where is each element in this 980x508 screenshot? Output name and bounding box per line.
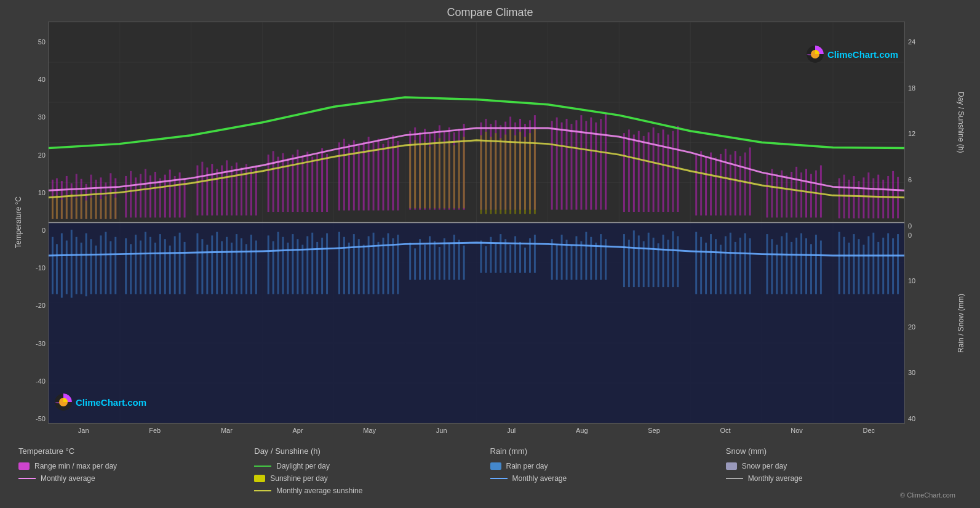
x-tick-feb: Feb <box>149 427 161 434</box>
svg-rect-177 <box>882 238 884 294</box>
y-tick-right-10: 10 <box>908 278 954 284</box>
y-tick-10: 10 <box>38 190 46 196</box>
y-tick-m50: -50 <box>36 416 46 422</box>
svg-rect-296 <box>700 151 702 216</box>
svg-rect-345 <box>114 198 116 219</box>
svg-rect-243 <box>382 144 384 211</box>
svg-rect-237 <box>353 140 355 211</box>
svg-rect-84 <box>343 237 345 294</box>
y-tick-right-18: 18 <box>908 85 954 92</box>
svg-rect-81 <box>321 238 323 294</box>
svg-rect-37 <box>86 233 87 296</box>
svg-rect-36 <box>81 243 82 294</box>
svg-rect-208 <box>196 166 198 216</box>
legend-line-temp-avg <box>18 478 36 479</box>
svg-rect-352 <box>439 138 440 208</box>
x-tick-nov: Nov <box>791 427 803 434</box>
svg-rect-351 <box>434 143 436 208</box>
svg-rect-61 <box>216 232 218 294</box>
legend-col-temperature: Temperature °C Range min / max per day M… <box>18 446 254 499</box>
svg-rect-198 <box>140 174 141 217</box>
svg-rect-153 <box>739 238 741 294</box>
svg-rect-176 <box>877 242 879 294</box>
svg-rect-298 <box>710 153 712 216</box>
watermark-text: ClimeChart.com <box>827 49 898 60</box>
svg-rect-65 <box>236 234 237 294</box>
legend-label-temp-avg: Monthly average <box>41 474 95 483</box>
svg-rect-336 <box>71 194 73 219</box>
svg-rect-340 <box>90 198 92 219</box>
legend-item-snow-perday: Snow per day <box>726 462 962 470</box>
svg-rect-52 <box>164 239 166 294</box>
svg-rect-170 <box>848 243 850 294</box>
svg-rect-94 <box>392 238 394 294</box>
legend-title-sunshine: Day / Sunshine (h) <box>254 446 490 456</box>
svg-rect-107 <box>463 246 465 280</box>
svg-rect-363 <box>504 135 506 214</box>
svg-rect-325 <box>867 172 869 218</box>
svg-rect-224 <box>282 153 284 212</box>
legend-swatch-rain <box>490 462 501 470</box>
legend-label-temp-range: Range min / max per day <box>34 462 117 470</box>
svg-rect-358 <box>480 135 482 214</box>
svg-rect-339 <box>86 200 87 219</box>
svg-rect-172 <box>858 239 859 294</box>
legend-item-rain-perday: Rain per day <box>490 462 726 470</box>
svg-rect-357 <box>463 137 465 208</box>
svg-rect-130 <box>600 234 602 280</box>
svg-rect-91 <box>378 242 380 294</box>
svg-rect-88 <box>363 245 365 294</box>
svg-rect-323 <box>858 181 859 218</box>
svg-rect-346 <box>409 144 411 209</box>
legend-title-snow: Snow (mm) <box>726 446 962 456</box>
svg-rect-226 <box>292 155 293 212</box>
svg-rect-71 <box>273 241 274 294</box>
svg-rect-126 <box>580 241 582 280</box>
svg-rect-168 <box>839 232 840 294</box>
svg-rect-289 <box>653 127 655 212</box>
svg-rect-354 <box>448 140 450 208</box>
svg-rect-285 <box>633 135 635 212</box>
svg-rect-156 <box>766 234 768 294</box>
y-tick-30: 30 <box>38 114 46 121</box>
y-axis-right-sunshine-label: Day / Sunshine (h) <box>957 92 965 153</box>
y-tick-right-40: 40 <box>908 416 954 422</box>
svg-rect-83 <box>338 232 340 294</box>
svg-rect-330 <box>892 171 894 219</box>
x-tick-apr: Apr <box>293 427 303 434</box>
svg-rect-282 <box>605 114 607 210</box>
svg-rect-169 <box>843 237 845 294</box>
svg-rect-241 <box>373 142 375 210</box>
svg-rect-306 <box>749 147 751 215</box>
y-axis-right-rain-label: Rain / Snow (mm) <box>957 294 965 353</box>
svg-rect-58 <box>201 239 203 294</box>
svg-rect-42 <box>110 241 111 294</box>
logo-icon <box>807 46 824 63</box>
svg-rect-361 <box>495 133 496 214</box>
svg-rect-293 <box>672 131 674 212</box>
svg-rect-281 <box>600 119 602 210</box>
svg-rect-75 <box>292 234 293 294</box>
svg-rect-278 <box>585 121 587 209</box>
svg-rect-135 <box>638 235 640 287</box>
svg-rect-349 <box>424 142 426 208</box>
svg-rect-344 <box>110 193 111 219</box>
x-tick-sep: Sep <box>648 427 660 434</box>
legend-item-sunshine-perday: Sunshine per day <box>254 474 490 483</box>
svg-rect-271 <box>551 121 553 209</box>
svg-rect-365 <box>514 135 516 214</box>
svg-rect-57 <box>196 233 198 294</box>
watermark-bottom: ClimeChart.com <box>55 393 146 411</box>
svg-rect-78 <box>306 236 308 294</box>
svg-rect-161 <box>791 242 792 294</box>
svg-rect-144 <box>695 232 697 294</box>
svg-rect-362 <box>500 138 501 214</box>
svg-rect-343 <box>105 196 106 219</box>
svg-rect-142 <box>672 231 674 287</box>
svg-rect-114 <box>509 245 511 273</box>
svg-rect-72 <box>277 232 279 294</box>
svg-rect-272 <box>556 118 558 210</box>
svg-rect-348 <box>419 145 421 208</box>
svg-rect-367 <box>524 137 526 214</box>
svg-rect-195 <box>125 176 127 217</box>
